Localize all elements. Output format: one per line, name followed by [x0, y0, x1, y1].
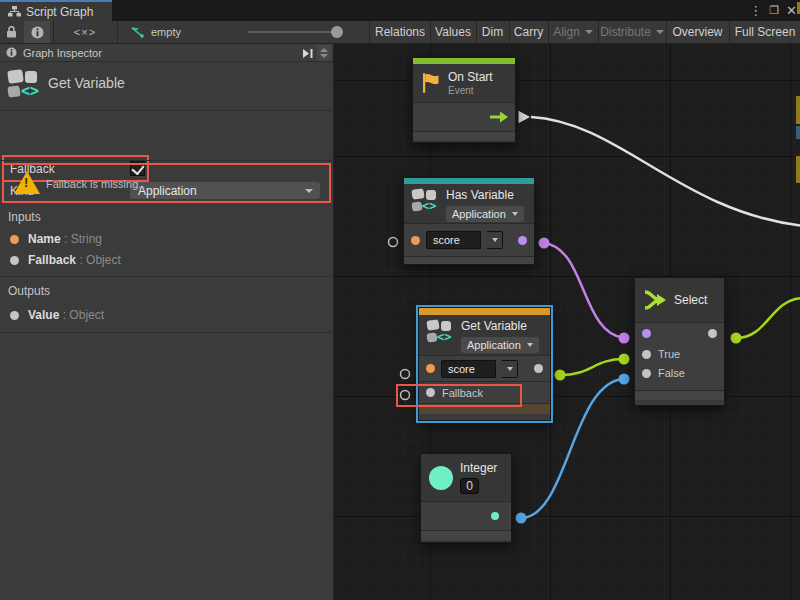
toolbar-button-align[interactable]: Align [549, 21, 597, 43]
toolbar-button-dim[interactable]: Dim [477, 21, 508, 43]
toolbar-button-fullscreen[interactable]: Full Screen [730, 21, 800, 43]
variable-kind-dropdown[interactable]: Application [461, 337, 539, 353]
wire-get-variable-to-select[interactable] [560, 359, 624, 375]
node-select[interactable]: Select True False [634, 277, 725, 406]
variable-name-dropdown[interactable] [502, 360, 518, 378]
graph-icon [8, 6, 21, 17]
scroll-spinner[interactable] [317, 45, 331, 61]
lock-icon [6, 26, 17, 38]
wire-endpoint[interactable] [731, 333, 742, 344]
variable-kind-dropdown[interactable]: Application [446, 206, 524, 222]
integer-output-port[interactable] [491, 512, 499, 520]
control-wire[interactable] [531, 117, 800, 226]
node-on-start[interactable]: On Start Event [412, 57, 516, 143]
lock-button[interactable] [0, 21, 22, 43]
info-icon [31, 26, 44, 39]
output-row-value: Value : Object [10, 308, 104, 322]
annotation-box-warning: Fallback is missing. [2, 163, 331, 203]
info-icon [6, 47, 17, 58]
zoom-slider-handle[interactable] [331, 26, 343, 38]
input-row-name: Name : String [10, 232, 102, 246]
code-preview-button[interactable]: <×> [53, 21, 117, 43]
zoom-slider-track[interactable] [248, 31, 340, 33]
selection-cursor-icon [130, 26, 145, 39]
variable-icon: <> [427, 319, 454, 345]
close-icon[interactable]: ✕ [786, 4, 797, 17]
node-title: Has Variable [446, 188, 524, 203]
code-angle-icon: <×> [74, 26, 96, 38]
outputs-section-title: Outputs [8, 284, 50, 298]
string-port[interactable] [426, 364, 435, 373]
offscreen-node-edge [796, 126, 800, 139]
chevron-down-icon [492, 238, 498, 242]
variable-name-field[interactable]: score [441, 360, 496, 378]
toolbar-button-overview[interactable]: Overview [667, 21, 728, 43]
value-output-port[interactable] [534, 364, 543, 373]
graph-toolbar: <×> empty Zoom 1x Relations Values Dim C… [0, 21, 800, 44]
unconnected-port[interactable] [389, 238, 398, 247]
string-port-icon [10, 235, 19, 244]
flow-arrow-icon[interactable] [490, 111, 508, 123]
wire-has-variable-to-select[interactable] [544, 243, 624, 338]
dock-panel-icon[interactable] [302, 48, 314, 59]
tab-script-graph[interactable]: Script Graph [0, 0, 112, 21]
unconnected-port[interactable] [401, 370, 410, 379]
node-title: Get Variable [461, 319, 539, 334]
variable-name-dropdown[interactable] [487, 231, 503, 249]
chevron-down-icon [507, 367, 513, 371]
true-port[interactable] [642, 350, 651, 359]
tab-title: Script Graph [26, 5, 93, 19]
node-title: Integer [460, 461, 497, 476]
wire-endpoint[interactable] [619, 354, 630, 365]
chevron-down-icon [527, 343, 533, 347]
condition-port[interactable] [642, 329, 651, 338]
wire-layer [334, 44, 800, 600]
false-port[interactable] [642, 369, 651, 378]
inspector-toggle-button[interactable] [24, 21, 50, 43]
wire-endpoint[interactable] [555, 370, 566, 381]
control-port-triangle[interactable] [518, 110, 531, 124]
graph-canvas[interactable]: On Start Event <> [334, 44, 800, 600]
toolbar-button-carry[interactable]: Carry [510, 21, 547, 43]
offscreen-node-edge [796, 156, 800, 183]
graph-inspector-panel: Graph Inspector <> Get Variable Fallbac [0, 44, 334, 600]
toolbar-button-relations[interactable]: Relations [371, 21, 429, 43]
wire-endpoint[interactable] [516, 513, 527, 524]
node-integer[interactable]: Integer 0 [420, 453, 512, 543]
warning-text: Fallback is missing. [46, 178, 141, 190]
string-port[interactable] [411, 236, 420, 245]
bool-output-port[interactable] [518, 236, 527, 245]
node-subtitle: Event [448, 85, 493, 96]
unit-title: Get Variable [48, 75, 125, 91]
wire-endpoint[interactable] [619, 374, 630, 385]
wire-endpoint[interactable] [539, 238, 550, 249]
toolbar-button-distribute[interactable]: Distribute [599, 21, 665, 43]
annotation-box-fallback-port [396, 384, 522, 407]
selection-output-port[interactable] [708, 329, 717, 338]
variable-icon: <> [412, 188, 439, 214]
flag-icon [421, 72, 441, 94]
chevron-up-icon [320, 48, 328, 52]
object-port-icon [10, 256, 19, 265]
maximize-icon[interactable]: ❐ [769, 5, 779, 16]
toolbar-button-values[interactable]: Values [431, 21, 475, 43]
node-color-bar [419, 308, 550, 315]
integer-value-field[interactable]: 0 [460, 478, 479, 494]
tab-bar: Script Graph ⋮ ❐ ✕ [0, 0, 800, 21]
variable-name-field[interactable]: score [426, 231, 481, 249]
kebab-menu-icon[interactable]: ⋮ [749, 4, 762, 17]
wire-select-output[interactable] [736, 298, 800, 338]
node-has-variable[interactable]: <> Has Variable Application score [403, 177, 535, 265]
node-title: On Start [448, 70, 493, 85]
node-title: Select [674, 293, 707, 308]
selection-label: empty [151, 26, 181, 38]
chevron-down-icon [656, 30, 664, 34]
warning-icon [14, 171, 40, 194]
offscreen-node-edge [796, 96, 800, 124]
object-port-icon [10, 311, 19, 320]
wire-endpoint[interactable] [619, 333, 630, 344]
false-port-label: False [658, 367, 685, 379]
chevron-down-icon [512, 212, 518, 216]
select-icon [643, 288, 667, 312]
script-graph-window: Script Graph ⋮ ❐ ✕ <×> [0, 0, 800, 600]
